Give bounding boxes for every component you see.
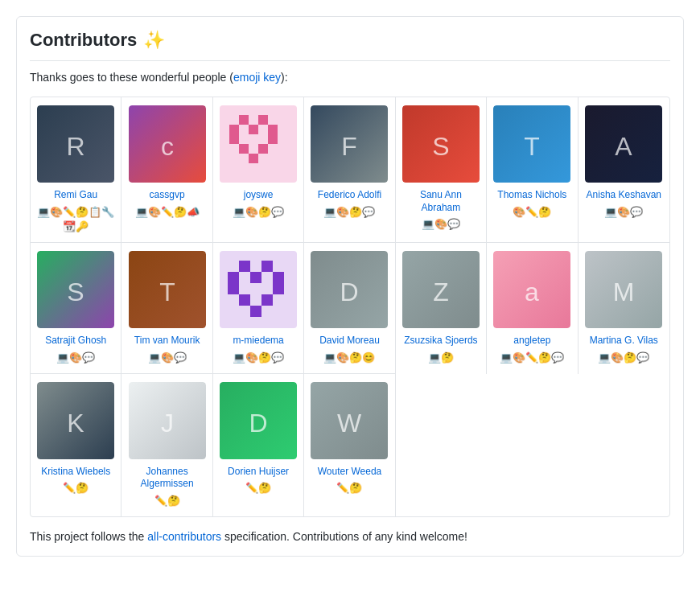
contributor-name-link[interactable]: Anisha Keshavan bbox=[587, 189, 661, 202]
contributor-name-link[interactable]: Martina G. Vilas bbox=[590, 335, 658, 347]
contributor-cell: R Remi Gau💻🎨✏️🤔📋🔧📆🔑 bbox=[31, 97, 121, 243]
contributor-name-link[interactable]: Federico Adolfi bbox=[318, 189, 381, 202]
svg-rect-28 bbox=[239, 261, 250, 272]
svg-rect-13 bbox=[258, 144, 268, 154]
contributor-name-link[interactable]: Sanu Ann Abraham bbox=[402, 189, 480, 214]
contributor-cell: M Martina G. Vilas💻🎨🤔💬 bbox=[579, 243, 669, 374]
contributor-name-link[interactable]: Satrajit Ghosh bbox=[45, 335, 106, 347]
subtitle-text-before: Thanks goes to these wonderful people ( bbox=[30, 71, 233, 84]
contributor-name-link[interactable]: angletep bbox=[513, 335, 550, 347]
contributor-cell: J Johannes Algermissen✏️🤔 bbox=[121, 374, 212, 516]
page-title: Contributors ✨ bbox=[30, 30, 670, 61]
contributor-avatar: a bbox=[493, 251, 570, 328]
contributor-badges: ✏️🤔 bbox=[154, 494, 180, 508]
contributor-avatar: Z bbox=[402, 251, 480, 328]
svg-rect-5 bbox=[239, 115, 249, 125]
svg-rect-12 bbox=[239, 144, 249, 154]
contributor-name-link[interactable]: Remi Gau bbox=[54, 189, 97, 202]
emoji-key-link[interactable]: emoji key bbox=[233, 71, 281, 84]
svg-rect-8 bbox=[249, 125, 258, 134]
svg-text:J: J bbox=[161, 409, 174, 438]
contributor-name-link[interactable]: m-miedema bbox=[233, 335, 283, 347]
svg-rect-14 bbox=[249, 154, 258, 163]
contributor-avatar: c bbox=[129, 105, 206, 183]
contributor-avatar: D bbox=[311, 251, 388, 328]
contributor-badges: 💻🎨🤔💬 bbox=[598, 351, 649, 365]
svg-rect-35 bbox=[239, 294, 250, 306]
contributor-badges: 🎨✏️🤔 bbox=[513, 205, 551, 220]
contributor-name-link[interactable]: Wouter Weeda bbox=[318, 466, 382, 479]
footer-text-after: specification. Contributions of any kind… bbox=[221, 530, 467, 543]
contributor-avatar: W bbox=[311, 382, 388, 459]
contributor-name-link[interactable]: Thomas Nichols bbox=[497, 189, 566, 202]
contributor-name-link[interactable]: David Moreau bbox=[319, 335, 380, 347]
contributor-badges: 💻🎨🤔😊 bbox=[323, 351, 375, 365]
svg-text:D: D bbox=[340, 277, 359, 306]
contributor-name-link[interactable]: Tim van Mourik bbox=[134, 335, 200, 347]
contributor-cell: Z Zsuzsika Sjoerds💻🤔 bbox=[396, 243, 487, 374]
subtitle-text-after: ): bbox=[281, 71, 288, 84]
contributor-cell: F Federico Adolfi💻🎨🤔💬 bbox=[304, 97, 395, 243]
contributor-cell: A Anisha Keshavan💻🎨💬 bbox=[579, 97, 669, 243]
svg-rect-37 bbox=[250, 306, 261, 317]
svg-text:A: A bbox=[616, 132, 633, 161]
contributor-cell: T Thomas Nichols🎨✏️🤔 bbox=[487, 97, 578, 243]
contributor-cell: K Kristina Wiebels✏️🤔 bbox=[31, 374, 121, 516]
contributor-avatar: S bbox=[37, 251, 114, 328]
svg-text:T: T bbox=[159, 277, 175, 306]
svg-text:D: D bbox=[249, 409, 268, 438]
contributor-badges: 💻🎨🤔💬 bbox=[323, 205, 375, 220]
contributor-badges: 💻🎨✏️🤔📋🔧📆🔑 bbox=[37, 205, 114, 234]
contributor-cell: S Satrajit Ghosh💻🎨💬 bbox=[31, 243, 121, 374]
svg-text:Z: Z bbox=[433, 277, 449, 306]
svg-text:W: W bbox=[337, 409, 362, 438]
contributor-cell: a angletep💻🎨✏️🤔💬 bbox=[487, 243, 578, 374]
contributor-badges: 💻🎨✏️🤔💬 bbox=[500, 351, 564, 365]
contributor-name-link[interactable]: Dorien Huijser bbox=[228, 466, 289, 479]
svg-text:F: F bbox=[342, 132, 358, 161]
svg-text:c: c bbox=[161, 132, 174, 161]
title-text: Contributors bbox=[30, 30, 137, 51]
contributor-name-link[interactable]: Zsuzsika Sjoerds bbox=[404, 335, 477, 347]
contributor-badges: ✏️🤔 bbox=[336, 481, 362, 495]
contributor-avatar: A bbox=[585, 105, 662, 183]
contributor-cell: c cassgvp💻🎨✏️🤔📣 bbox=[121, 97, 212, 243]
svg-rect-6 bbox=[258, 115, 268, 125]
contributor-badges: 💻🎨🤔💬 bbox=[233, 205, 284, 220]
contributor-name-link[interactable]: Kristina Wiebels bbox=[41, 466, 110, 479]
svg-rect-11 bbox=[268, 134, 278, 144]
contributor-badges: ✏️🤔 bbox=[245, 481, 271, 495]
contributor-name-link[interactable]: Johannes Algermissen bbox=[128, 466, 205, 491]
footer-text-before: This project follows the bbox=[30, 530, 147, 543]
contributor-avatar: T bbox=[129, 251, 206, 328]
contributor-name-link[interactable]: cassgvp bbox=[150, 189, 185, 202]
contributor-avatar bbox=[220, 251, 297, 328]
svg-rect-31 bbox=[250, 272, 261, 283]
svg-text:R: R bbox=[67, 132, 85, 161]
contributor-avatar: D bbox=[220, 382, 297, 459]
contributor-cell: D Dorien Huijser✏️🤔 bbox=[213, 374, 304, 516]
contributor-cell: D David Moreau💻🎨🤔😊 bbox=[304, 243, 395, 374]
contributor-avatar: J bbox=[129, 382, 206, 459]
page-container: Contributors ✨ Thanks goes to these wond… bbox=[16, 16, 684, 557]
svg-text:S: S bbox=[68, 277, 84, 306]
contributor-name-link[interactable]: joyswe bbox=[244, 189, 274, 202]
footer-text: This project follows the all-contributor… bbox=[30, 530, 670, 543]
contributor-badges: 💻🎨✏️🤔📣 bbox=[135, 205, 200, 220]
svg-text:M: M bbox=[613, 277, 635, 306]
contributor-avatar: T bbox=[493, 105, 570, 183]
contributor-badges: 💻🤔 bbox=[428, 351, 454, 365]
all-contributors-link[interactable]: all-contributors bbox=[147, 530, 221, 543]
svg-rect-32 bbox=[273, 272, 284, 283]
contributor-badges: 💻🎨💬 bbox=[148, 351, 187, 365]
svg-rect-7 bbox=[229, 125, 239, 134]
contributor-badges: 💻🎨💬 bbox=[422, 217, 460, 232]
contributor-cell: S Sanu Ann Abraham💻🎨💬 bbox=[396, 97, 487, 243]
contributor-cell: m-miedema💻🎨🤔💬 bbox=[213, 243, 304, 374]
svg-text:a: a bbox=[525, 277, 539, 306]
svg-rect-9 bbox=[268, 125, 278, 134]
title-emoji: ✨ bbox=[143, 30, 165, 51]
contributor-badges: 💻🎨💬 bbox=[604, 205, 643, 220]
svg-rect-36 bbox=[261, 294, 273, 306]
contributor-badges: ✏️🤔 bbox=[63, 481, 89, 495]
